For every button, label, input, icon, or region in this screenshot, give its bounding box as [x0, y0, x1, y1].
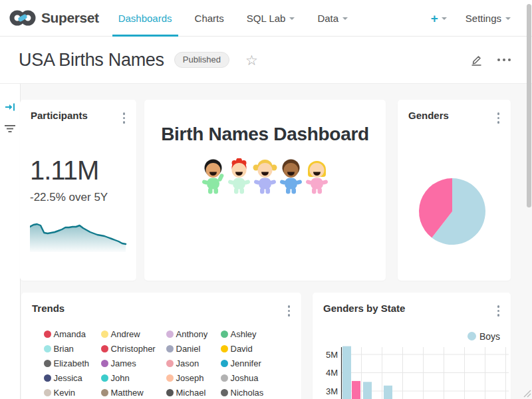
new-item-button[interactable]: +	[431, 12, 447, 25]
legend-dot	[101, 360, 108, 367]
legend-dot	[44, 389, 51, 396]
filter-bar	[0, 84, 21, 399]
legend-item-amanda[interactable]: Amanda	[44, 329, 101, 339]
legend-label: Joseph	[176, 373, 204, 383]
legend-dot	[166, 374, 174, 382]
kebab-menu-icon[interactable]	[494, 110, 503, 126]
legend-dot	[44, 360, 51, 367]
legend-item-boys[interactable]: Boys	[313, 331, 511, 342]
superset-logo[interactable]: Superset	[9, 8, 99, 28]
legend-dot	[101, 331, 108, 338]
legend-item-michael[interactable]: Michael	[166, 388, 221, 398]
intro-title: Birth Names Dashboard	[144, 124, 386, 145]
legend-label: Daniel	[176, 344, 201, 354]
legend-label: Boys	[479, 331, 500, 342]
favorite-star-icon[interactable]: ☆	[245, 53, 258, 67]
legend-item-jessica[interactable]: Jessica	[44, 373, 101, 383]
dashboard-body: Participants 1.11M -22.5% over 5Y Birth …	[0, 84, 532, 399]
kebab-menu-icon[interactable]	[285, 303, 294, 319]
legend-item-david[interactable]: David	[221, 344, 279, 354]
genders-by-state-bar-chart[interactable]: 5M4M3M	[313, 343, 511, 399]
legend-label: Joshua	[231, 373, 259, 383]
legend-item-kevin[interactable]: Kevin	[44, 388, 101, 398]
legend-dot	[221, 389, 228, 396]
participants-delta: -22.5% over 5Y	[30, 191, 136, 204]
kid-purple-blonde	[253, 158, 277, 194]
plus-icon: +	[431, 12, 438, 25]
nav-item-dashboards[interactable]: Dashboards	[107, 0, 184, 36]
legend-label: Amanda	[54, 329, 86, 339]
nav-item-data[interactable]: Data	[306, 0, 359, 36]
legend-label: Jennifer	[231, 358, 261, 368]
kid-mint-red-hair	[227, 158, 251, 194]
kid-blue-brown	[279, 158, 303, 194]
legend-item-anthony[interactable]: Anthony	[166, 329, 221, 339]
legend-item-ashley[interactable]: Ashley	[221, 329, 279, 339]
legend-item-john[interactable]: John	[101, 373, 166, 383]
legend-label: Andrew	[111, 329, 140, 339]
legend-label: Ashley	[231, 329, 257, 339]
legend-item-matthew[interactable]: Matthew	[101, 388, 166, 398]
chevron-down-icon	[342, 17, 348, 20]
filter-icon[interactable]	[4, 124, 16, 134]
legend-dot	[101, 389, 108, 396]
legend-item-elizabeth[interactable]: Elizabeth	[44, 358, 101, 368]
brand-name: Superset	[41, 10, 99, 26]
card-genders: Genders	[398, 100, 511, 281]
card-title: Participants	[31, 110, 88, 121]
kebab-menu-icon[interactable]	[120, 110, 129, 126]
published-badge[interactable]: Published	[174, 52, 229, 68]
kid-pink-blonde	[305, 158, 329, 194]
legend-item-christopher[interactable]: Christopher	[101, 344, 166, 354]
resize-handle-icon[interactable]	[523, 389, 531, 398]
expand-filter-bar-icon[interactable]	[5, 102, 16, 112]
card-title: Genders	[408, 110, 449, 121]
legend-item-joseph[interactable]: Joseph	[166, 373, 221, 383]
chevron-down-icon	[289, 17, 295, 20]
legend-item-andrew[interactable]: Andrew	[101, 329, 166, 339]
nav-item-sql-lab[interactable]: SQL Lab	[235, 0, 307, 36]
legend-label: Kevin	[54, 388, 76, 398]
superset-infinity-icon	[9, 8, 37, 28]
nav-menu: Dashboards Charts SQL Lab Data	[107, 0, 359, 36]
chevron-down-icon	[442, 17, 447, 20]
chevron-down-icon	[505, 17, 511, 20]
nav-label: SQL Lab	[247, 13, 286, 24]
genders-pie-chart[interactable]	[398, 126, 511, 279]
edit-pencil-icon[interactable]	[469, 53, 483, 67]
legend-dot	[467, 332, 476, 340]
legend-dot	[44, 331, 51, 338]
card-intro-markdown: Birth Names Dashboard	[144, 100, 386, 281]
legend-label: James	[111, 358, 136, 368]
settings-menu[interactable]: Settings	[466, 13, 511, 24]
nav-item-charts[interactable]: Charts	[184, 0, 235, 36]
more-actions-icon[interactable]	[495, 56, 513, 64]
legend-item-daniel[interactable]: Daniel	[166, 344, 221, 354]
participants-headline: 1.11M	[30, 156, 136, 186]
legend-dot	[166, 345, 174, 352]
svg-text:5M: 5M	[326, 349, 338, 359]
participants-sparkline-chart[interactable]	[30, 219, 127, 255]
legend-label: Brian	[54, 344, 74, 354]
legend-item-james[interactable]: James	[101, 358, 166, 368]
legend-label: John	[111, 373, 130, 383]
legend-label: Elizabeth	[54, 358, 89, 368]
legend-item-jennifer[interactable]: Jennifer	[221, 358, 279, 368]
scrollbar-thumb[interactable]	[527, 4, 531, 207]
legend-label: Anthony	[176, 329, 208, 339]
kebab-menu-icon[interactable]	[494, 303, 503, 319]
trends-legend: AmandaAndrewAnthonyAshleyBrianChristophe…	[21, 329, 301, 399]
svg-text:3M: 3M	[326, 386, 338, 396]
card-title: Trends	[32, 303, 65, 314]
legend-item-nicholas[interactable]: Nicholas	[221, 388, 279, 398]
legend-dot	[166, 389, 174, 396]
legend-label: Jason	[176, 358, 200, 368]
legend-dot	[166, 331, 174, 338]
legend-label: Jessica	[54, 373, 82, 383]
card-title: Genders by State	[323, 303, 405, 314]
svg-text:4M: 4M	[326, 368, 338, 378]
legend-item-jason[interactable]: Jason	[166, 358, 221, 368]
legend-item-joshua[interactable]: Joshua	[221, 373, 279, 383]
legend-item-brian[interactable]: Brian	[44, 344, 101, 354]
nav-label: Data	[317, 13, 338, 24]
